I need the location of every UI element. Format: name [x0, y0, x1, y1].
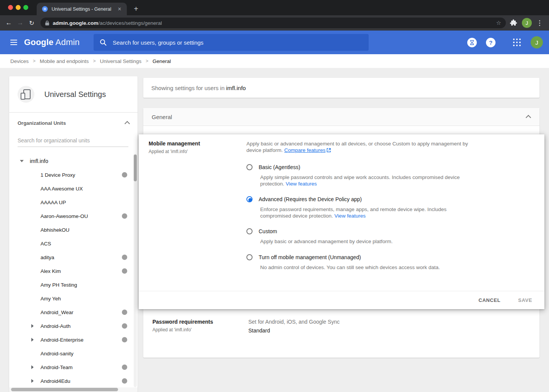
- ou-tree-item[interactable]: Android-Auth: [9, 319, 138, 333]
- showing-settings-text: Showing settings for users in: [151, 85, 225, 91]
- expand-arrow-icon[interactable]: [31, 324, 34, 328]
- close-window-button[interactable]: [8, 5, 13, 10]
- main-menu-hamburger-icon[interactable]: [10, 40, 17, 45]
- ou-tree-item[interactable]: Android4Edu: [9, 374, 138, 388]
- collapse-chevron-icon[interactable]: [526, 115, 531, 120]
- sidebar: Universal Settings Organizational Units …: [9, 76, 138, 392]
- sidebar-vscrollbar-thumb[interactable]: [134, 155, 137, 181]
- ou-search-input[interactable]: Search for organizational units: [18, 137, 128, 147]
- mobile-management-dialog: Mobile management Applied at 'imfl.info'…: [139, 134, 544, 309]
- compare-features-link[interactable]: Compare features: [284, 147, 326, 153]
- ou-override-dot: [122, 337, 127, 342]
- radio-icon[interactable]: [246, 254, 253, 260]
- breadcrumb-item[interactable]: Mobile and endpoints: [40, 58, 89, 64]
- ou-tree-item[interactable]: aditya: [9, 250, 138, 264]
- general-section-header[interactable]: General: [143, 108, 539, 126]
- radio-icon[interactable]: [246, 228, 253, 234]
- sidebar-hscrollbar: [9, 387, 138, 392]
- browser-profile-avatar[interactable]: J: [522, 18, 532, 28]
- ou-tree-item[interactable]: Android_Wear: [9, 305, 138, 319]
- account-avatar[interactable]: J: [531, 36, 543, 48]
- ou-tree-item[interactable]: Android-Enterprise: [9, 333, 138, 347]
- organizational-units-label: Organizational Units: [18, 120, 66, 126]
- radio-option[interactable]: Custom Apply basic or advanced managemen…: [246, 227, 521, 245]
- expand-arrow-icon[interactable]: [31, 365, 34, 369]
- radio-option-description: Apply basic or advanced management by de…: [260, 239, 474, 245]
- browser-menu-kebab-icon[interactable]: [536, 20, 543, 26]
- ou-tree-item[interactable]: AAA Awesome UX: [9, 182, 138, 195]
- tab-favicon-icon: [42, 6, 48, 12]
- expand-arrow-icon[interactable]: [31, 379, 34, 383]
- maximize-window-button[interactable]: [23, 5, 28, 10]
- ou-item-label: AAA Awesome UX: [40, 186, 83, 192]
- ou-tree-item[interactable]: Amy Yeh: [9, 292, 138, 305]
- minimize-window-button[interactable]: [16, 5, 21, 10]
- external-link-icon: [327, 148, 331, 152]
- view-features-link[interactable]: View features: [334, 213, 366, 219]
- ou-override-dot: [122, 378, 127, 384]
- help-icon[interactable]: ?: [486, 38, 496, 47]
- save-button[interactable]: SAVE: [518, 297, 532, 303]
- ou-tree-children: 1 Device Proxy AAA Awesome UX AAAAA UP A…: [9, 168, 138, 388]
- ou-override-dot: [122, 323, 127, 329]
- radio-option-description: Enforce password requirements, manage ap…: [260, 206, 474, 219]
- caret-down-icon[interactable]: [20, 160, 24, 162]
- ou-override-dot: [122, 268, 127, 274]
- ou-item-label: AbhishekOU: [40, 227, 70, 233]
- trial-hourglass-icon[interactable]: [467, 38, 477, 47]
- ou-tree-root[interactable]: imfl.info: [9, 154, 138, 168]
- radio-icon[interactable]: [246, 164, 253, 170]
- apps-grid-icon[interactable]: [513, 39, 521, 46]
- view-features-link[interactable]: View features: [286, 181, 317, 187]
- radio-option[interactable]: Advanced (Requires the Device Policy app…: [246, 195, 521, 219]
- radio-option[interactable]: Turn off mobile management (Unmanaged) N…: [246, 253, 521, 271]
- tab-title: Universal Settings - General: [52, 6, 116, 12]
- breadcrumb-separator-icon: >: [33, 58, 36, 64]
- ou-item-label: Android-Auth: [40, 323, 71, 329]
- expand-arrow-icon[interactable]: [31, 338, 34, 342]
- google-admin-logo[interactable]: Google Admin: [24, 37, 79, 47]
- setting-applied-at: Applied at 'imfl.info': [149, 149, 244, 154]
- ou-tree-item[interactable]: Aaron-Awesome-OU: [9, 209, 138, 223]
- admin-search-bar[interactable]: Search for users, groups or settings: [94, 34, 369, 51]
- lock-icon: [45, 21, 49, 26]
- ou-override-dot: [122, 213, 127, 219]
- forward-button[interactable]: →: [15, 19, 26, 27]
- sidebar-header: Universal Settings: [9, 76, 138, 113]
- ou-item-label: aditya: [40, 255, 54, 260]
- url-bar[interactable]: admin.google.com/ac/devices/settings/gen…: [40, 18, 506, 28]
- ou-tree-item[interactable]: Amy PH Testing: [9, 278, 138, 292]
- breadcrumb-item[interactable]: Devices: [10, 58, 29, 64]
- ou-tree-item[interactable]: AbhishekOU: [9, 223, 138, 237]
- cancel-button[interactable]: CANCEL: [478, 297, 500, 303]
- new-tab-button[interactable]: +: [131, 5, 141, 14]
- extensions-puzzle-icon[interactable]: [510, 19, 517, 27]
- ou-tree-item[interactable]: Android-sanity: [9, 347, 138, 360]
- sidebar-hscrollbar-thumb[interactable]: [11, 388, 118, 391]
- ou-item-label: Android_Wear: [40, 310, 73, 315]
- search-icon: [100, 39, 107, 46]
- radio-option-label: Turn off mobile management (Unmanaged): [259, 254, 361, 260]
- collapse-chevron-icon[interactable]: [125, 121, 130, 126]
- ou-tree-item[interactable]: AAAAA UP: [9, 195, 138, 209]
- radio-option[interactable]: Basic (Agentless) Apply simple password …: [246, 163, 521, 187]
- breadcrumb-item[interactable]: Universal Settings: [100, 58, 141, 64]
- radio-icon[interactable]: [246, 196, 253, 202]
- browser-tab[interactable]: Universal Settings - General ×: [37, 3, 127, 15]
- password-setting-scope: Set for Android, iOS, and Google Sync: [248, 319, 340, 325]
- ou-override-dot: [122, 172, 127, 177]
- ou-item-label: Aaron-Awesome-OU: [40, 213, 88, 219]
- search-placeholder: Search for users, groups or settings: [113, 39, 204, 46]
- back-button[interactable]: ←: [3, 19, 15, 27]
- reload-button[interactable]: ↻: [26, 19, 37, 27]
- tab-close-icon[interactable]: ×: [116, 6, 123, 12]
- breadcrumb-item: General: [152, 58, 171, 64]
- password-requirements-label: Password requirements: [152, 319, 213, 325]
- ou-tree-item[interactable]: Android-Team: [9, 360, 138, 374]
- bookmark-star-icon[interactable]: ☆: [496, 19, 501, 26]
- showing-settings-domain: imfl.info: [226, 85, 246, 91]
- ou-tree-item[interactable]: Alex Kim: [9, 264, 138, 278]
- breadcrumb-separator-icon: >: [146, 58, 148, 64]
- ou-tree-item[interactable]: ACS: [9, 237, 138, 250]
- ou-tree-item[interactable]: 1 Device Proxy: [9, 168, 138, 182]
